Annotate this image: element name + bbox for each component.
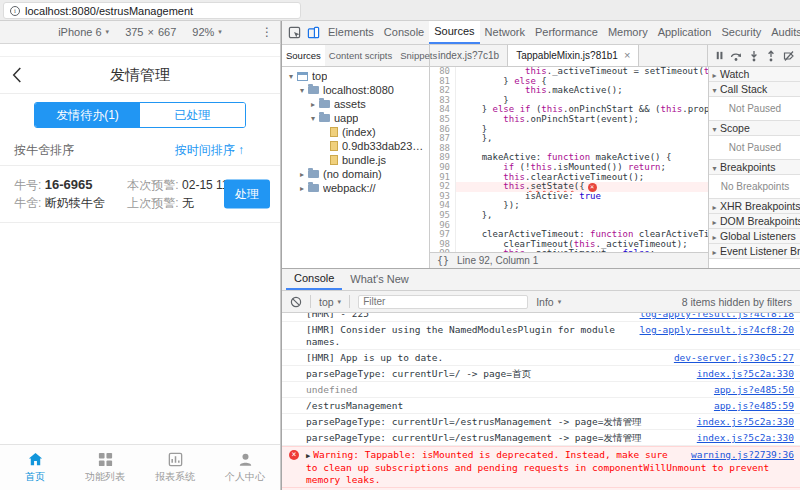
- page-info-icon[interactable]: i: [10, 6, 20, 16]
- console-source-link[interactable]: index.js?5c2a:330: [697, 416, 794, 428]
- code-line: 97 clearActiveTimeout: function clearAct…: [430, 230, 708, 240]
- tree-expand-icon: ▸: [709, 245, 720, 259]
- tree-item[interactable]: ▾top: [282, 69, 429, 83]
- tree-item[interactable]: bundle.js: [282, 153, 429, 167]
- navigator-tab-strip: SourcesContent scriptsSnippets: [282, 45, 430, 66]
- context-selector[interactable]: top ▾: [319, 296, 341, 308]
- error-icon[interactable]: ×: [588, 183, 597, 192]
- code-line: 85 this.onPinchStart(event);: [430, 115, 708, 125]
- omnibox[interactable]: i localhost:8080/estrusManagement: [3, 2, 301, 19]
- console-source-link[interactable]: index.js?5c2a:330: [697, 368, 794, 380]
- tab-whats-new[interactable]: What's New: [342, 269, 416, 290]
- debugger-section-label: Scope: [720, 122, 750, 134]
- navigator-tab-content-scripts[interactable]: Content scripts: [325, 45, 396, 66]
- tab-pending[interactable]: 发情待办(1): [35, 103, 140, 127]
- tree-item[interactable]: ▸(no domain): [282, 167, 429, 181]
- back-button[interactable]: [12, 67, 22, 84]
- device-height-field[interactable]: 667: [158, 26, 176, 38]
- barn-name: 断奶犊牛舍: [45, 196, 105, 210]
- device-toolbar: iPhone 6 ▾ 375 × 667 92% ▾ ⋮: [0, 21, 281, 44]
- debugger-section-label: Watch: [720, 68, 749, 80]
- tab-processed[interactable]: 已处理: [140, 103, 245, 127]
- log-level-selector[interactable]: Info ▾: [536, 296, 561, 308]
- code-text: this.clearActiveTimeout();: [456, 173, 708, 183]
- sort-by-barn[interactable]: 按牛舍排序: [14, 142, 74, 159]
- handle-button[interactable]: 处理: [224, 180, 270, 209]
- devtools-tab-application[interactable]: Application: [653, 21, 717, 44]
- url-text[interactable]: localhost:8080/estrusManagement: [25, 5, 193, 17]
- console-source-link[interactable]: log-apply-result.js?4cf8:20: [640, 324, 794, 336]
- console-message: dev-server.js?30c5:27[HMR] App is up to …: [282, 350, 800, 366]
- zoom-select[interactable]: 92% ▾: [192, 26, 222, 38]
- devtools-tab-audits[interactable]: Audits: [766, 21, 800, 44]
- inspect-element-icon[interactable]: [288, 26, 301, 39]
- tree-item[interactable]: (index): [282, 125, 429, 139]
- app-header: 发情管理: [0, 56, 280, 94]
- console-message: app.js?e485:50undefined: [282, 382, 800, 398]
- step-out-icon[interactable]: [765, 50, 777, 62]
- console-message: index.js?5c2a:330parsePageType: currentU…: [282, 366, 800, 382]
- clear-console-icon[interactable]: [290, 296, 302, 308]
- devtools-tab-elements[interactable]: Elements: [323, 21, 379, 44]
- pretty-print-icon[interactable]: {}: [437, 255, 449, 266]
- tree-item[interactable]: ▸assets: [282, 97, 429, 111]
- tree-expand-icon[interactable]: ▾: [297, 86, 307, 95]
- device-width-field[interactable]: 375: [125, 26, 143, 38]
- close-icon[interactable]: ×: [624, 45, 630, 66]
- step-into-icon[interactable]: [748, 50, 760, 62]
- console-source-link[interactable]: index.js?5c2a:330: [697, 432, 794, 444]
- tree-expand-icon[interactable]: ▾: [308, 114, 318, 123]
- navigator-tab-sources[interactable]: Sources: [282, 45, 325, 66]
- tree-item[interactable]: ▸webpack://: [282, 181, 429, 195]
- devtools-tab-performance[interactable]: Performance: [530, 21, 603, 44]
- tree-expand-icon[interactable]: ▸: [297, 170, 307, 179]
- debugger-section-global-listeners[interactable]: ▸Global Listeners: [709, 229, 800, 244]
- list-item[interactable]: 牛号: 16-6965 本次预警: 02-15 11:37 牛舍: 断奶犊牛舍 …: [0, 166, 280, 223]
- console-message-text: [HMR] App is up to date.: [306, 352, 443, 363]
- debugger-section-label: Breakpoints: [720, 161, 775, 173]
- console-source-link[interactable]: warning.js?2739:36: [691, 449, 794, 461]
- devtools-tab-sources[interactable]: Sources: [429, 21, 479, 44]
- device-name: iPhone 6: [58, 26, 101, 38]
- sort-by-time[interactable]: 按时间排序 ↑: [175, 142, 244, 159]
- debugger-section-breakpoints[interactable]: ▾Breakpoints: [709, 160, 800, 175]
- pause-icon[interactable]: [714, 50, 725, 61]
- devtools-tab-network[interactable]: Network: [480, 21, 530, 44]
- tabbar-item-report[interactable]: 报表系统: [140, 445, 210, 490]
- debugger-section-watch[interactable]: ▸Watch: [709, 67, 800, 82]
- debugger-section-scope[interactable]: ▾Scope: [709, 121, 800, 136]
- device-toolbar-menu-icon[interactable]: ⋮: [261, 25, 273, 39]
- tree-expand-icon[interactable]: ▾: [286, 72, 296, 81]
- editor-tab-tappablemixin[interactable]: TappableMixin.js?81b1 ×: [508, 45, 639, 66]
- tree-expand-icon[interactable]: ▸: [308, 100, 318, 109]
- console-source-link[interactable]: log-apply-result.js?4cf8:18: [640, 313, 794, 320]
- editor-tab-index[interactable]: index.js?7c1b: [430, 45, 508, 66]
- tab-console[interactable]: Console: [286, 269, 342, 290]
- devtools-tab-console[interactable]: Console: [379, 21, 429, 44]
- debugger-section-call-stack[interactable]: ▾Call Stack: [709, 82, 800, 97]
- filter-input[interactable]: [358, 295, 528, 309]
- tabbar-item-user[interactable]: 个人中心: [210, 445, 280, 490]
- code-text: isActive: true: [456, 192, 708, 202]
- devtools-tab-memory[interactable]: Memory: [603, 21, 653, 44]
- tree-item[interactable]: ▾localhost:8080: [282, 83, 429, 97]
- toggle-device-toolbar-icon[interactable]: [307, 26, 320, 39]
- console-source-link[interactable]: app.js?e485:50: [714, 384, 794, 396]
- devtools-tab-security[interactable]: Security: [716, 21, 766, 44]
- debugger-section-event-listener-breakpoints[interactable]: ▸Event Listener Breakpoints: [709, 244, 800, 259]
- device-select[interactable]: iPhone 6 ▾: [58, 26, 109, 38]
- tabbar-item-home[interactable]: 首页: [0, 445, 70, 490]
- console-source-link[interactable]: dev-server.js?30c5:27: [674, 352, 794, 364]
- tree-item[interactable]: ▾uapp: [282, 111, 429, 125]
- expand-triangle-icon[interactable]: ▶: [306, 452, 310, 460]
- debugger-section-dom-breakpoints[interactable]: ▸DOM Breakpoints: [709, 214, 800, 229]
- deactivate-breakpoints-icon[interactable]: [783, 50, 795, 62]
- sort-row: 按牛舍排序 按时间排序 ↑: [0, 136, 280, 166]
- tree-item[interactable]: 0.9db33dab2362162904d8.hot-…: [282, 139, 429, 153]
- code-editor[interactable]: 80 this._activeTimeout = setTimeout(this…: [430, 67, 708, 252]
- tabbar-item-grid[interactable]: 功能列表: [70, 445, 140, 490]
- step-over-icon[interactable]: [730, 50, 742, 62]
- debugger-section-xhr-breakpoints[interactable]: ▸XHR Breakpoints: [709, 199, 800, 214]
- tree-expand-icon[interactable]: ▸: [297, 184, 307, 193]
- console-source-link[interactable]: app.js?e485:59: [714, 400, 794, 412]
